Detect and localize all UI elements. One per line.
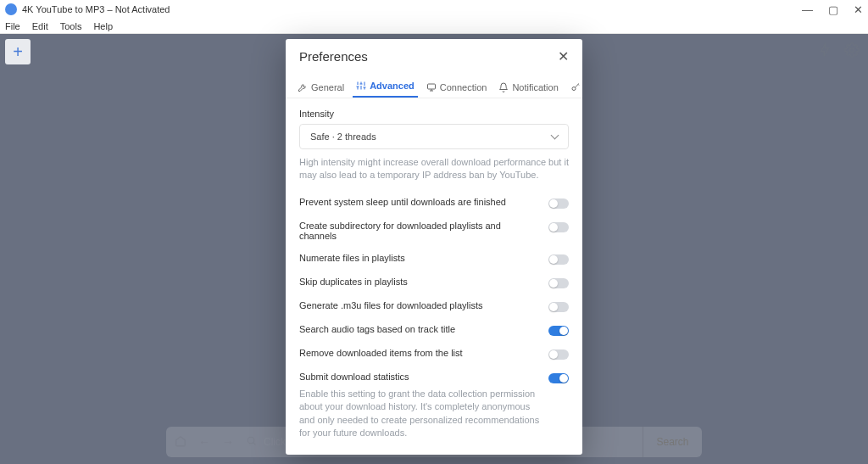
toggle-remove-done[interactable]: [548, 349, 569, 360]
toggle-submit-stats[interactable]: [548, 373, 569, 383]
app-icon: [5, 3, 17, 15]
tab-general[interactable]: General: [294, 82, 348, 98]
window-title: 4K YouTube to MP3 – Not Activated: [22, 4, 170, 14]
back-icon[interactable]: ←: [198, 435, 210, 449]
menu-edit[interactable]: Edit: [32, 21, 48, 31]
toggle-label-prevent-sleep: Prevent system sleep until downloads are…: [299, 197, 548, 207]
wrench-icon: [298, 82, 308, 92]
search-icon: [246, 435, 257, 449]
close-window-button[interactable]: ✕: [854, 3, 863, 16]
submit-stats-desc: Enable this setting to grant the data co…: [299, 388, 569, 440]
toggle-label-submit-stats: Submit download statistics: [299, 372, 548, 382]
menu-help[interactable]: Help: [93, 21, 113, 31]
svg-point-0: [850, 48, 854, 53]
toggle-label-numerate: Numerate files in playlists: [299, 253, 548, 263]
paste-placeholder: Click: [264, 436, 286, 448]
toggle-prevent-sleep[interactable]: [548, 198, 569, 209]
monitor-icon: [426, 82, 437, 92]
maximize-button[interactable]: ▢: [828, 3, 838, 16]
settings-icon[interactable]: [844, 42, 860, 58]
toggle-create-subdir[interactable]: [548, 222, 569, 232]
forward-icon[interactable]: →: [222, 435, 234, 449]
intensity-dropdown[interactable]: Safe · 2 threads: [299, 124, 569, 149]
tab-connection[interactable]: Connection: [423, 82, 491, 98]
menu-file[interactable]: File: [5, 21, 20, 31]
intensity-value: Safe · 2 threads: [310, 131, 376, 142]
tab-bar: General Advanced Connection Notification…: [286, 73, 582, 98]
toggle-label-search-tags: Search audio tags based on track title: [299, 324, 548, 334]
home-icon[interactable]: [175, 435, 186, 450]
search-button[interactable]: Search: [643, 427, 702, 457]
tab-license[interactable]: License: [567, 82, 582, 98]
title-bar: 4K YouTube to MP3 – Not Activated — ▢ ✕: [0, 0, 868, 19]
modal-body[interactable]: Intensity Safe · 2 threads High intensit…: [286, 98, 582, 455]
minimize-button[interactable]: —: [802, 3, 813, 16]
toggle-label-remove-done: Remove downloaded items from the list: [299, 348, 548, 358]
menu-bar: File Edit Tools Help: [0, 19, 868, 34]
youtube-section-title: YouTube: [299, 453, 569, 455]
svg-point-1: [248, 437, 254, 444]
preferences-modal: Preferences ✕ General Advanced Connectio…: [286, 39, 582, 455]
smart-mode-icon[interactable]: [817, 42, 832, 58]
svg-point-3: [572, 87, 576, 91]
menu-tools[interactable]: Tools: [60, 21, 82, 31]
toggle-label-skip-dupes: Skip duplicates in playlists: [299, 277, 548, 287]
intensity-label: Intensity: [299, 109, 569, 119]
chevron-down-icon: [551, 131, 559, 140]
toggle-skip-dupes[interactable]: [548, 278, 569, 288]
toggle-label-create-subdir: Create subdirectory for downloaded playl…: [299, 221, 548, 241]
svg-rect-2: [427, 84, 435, 89]
add-button[interactable]: +: [5, 39, 31, 64]
toggle-search-tags[interactable]: [548, 326, 569, 336]
toggle-label-gen-m3u: Generate .m3u files for downloaded playl…: [299, 300, 548, 310]
tab-advanced[interactable]: Advanced: [353, 81, 418, 98]
intensity-hint: High intensity might increase overall do…: [299, 156, 569, 182]
app-body: + ← → Click Search Preferences ✕: [0, 34, 868, 464]
toggle-numerate[interactable]: [548, 254, 569, 265]
sliders-icon: [356, 81, 366, 91]
bell-icon: [498, 82, 509, 92]
key-icon: [570, 82, 581, 92]
close-modal-button[interactable]: ✕: [558, 48, 569, 64]
toggle-gen-m3u[interactable]: [548, 302, 569, 312]
modal-title: Preferences: [299, 49, 368, 64]
tab-notification[interactable]: Notification: [495, 82, 561, 98]
